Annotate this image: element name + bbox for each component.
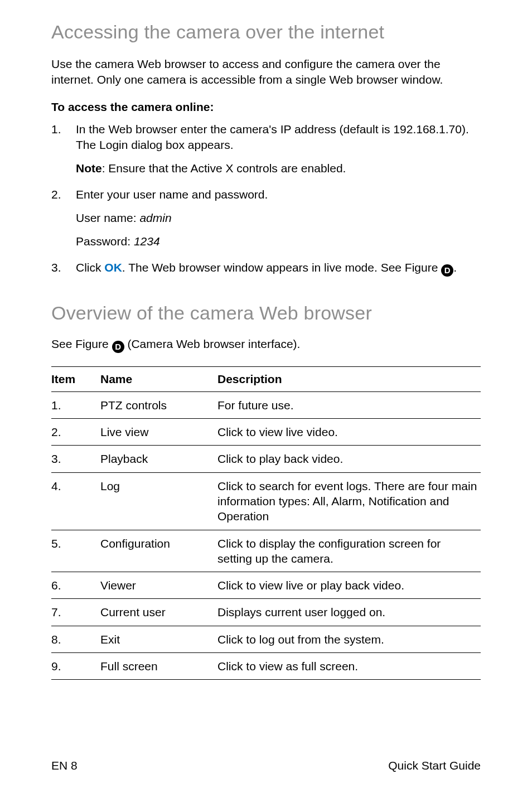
ok-button-text: OK [104,261,122,274]
description-table: Item Name Description 1. PTZ controls Fo… [51,366,481,680]
cell-item: 8. [51,626,100,652]
see-suffix: (Camera Web browser interface). [124,337,301,350]
heading-accessing: Accessing the camera over the internet [51,21,481,43]
step-1: In the Web browser enter the camera's IP… [51,122,481,177]
table-row: 1. PTZ controls For future use. [51,391,481,418]
cell-desc: For future use. [217,391,481,418]
see-figure-line: See Figure D (Camera Web browser interfa… [51,337,481,353]
intro-paragraph: Use the camera Web browser to access and… [51,56,481,88]
step-2-text: Enter your user name and password. [76,188,268,201]
table-row: 5. Configuration Click to display the co… [51,530,481,572]
see-prefix: See Figure [51,337,112,350]
cell-desc: Click to display the configuration scree… [217,530,481,572]
password-value: 1234 [134,235,160,248]
step-3: Click OK. The Web browser window appears… [51,260,481,277]
step-3-mid: . The Web browser window appears in live… [122,261,441,274]
cell-name: Current user [100,599,217,626]
table-row: 7. Current user Displays current user lo… [51,599,481,626]
table-row: 8. Exit Click to log out from the system… [51,626,481,652]
table-row: 9. Full screen Click to view as full scr… [51,653,481,680]
cell-name: Live view [100,419,217,446]
step-3-prefix: Click [76,261,104,274]
header-item: Item [51,366,100,391]
table-body: 1. PTZ controls For future use. 2. Live … [51,391,481,680]
steps-list: In the Web browser enter the camera's IP… [51,122,481,277]
figure-d-icon: D [441,264,453,277]
header-name: Name [100,366,217,391]
cell-name: PTZ controls [100,391,217,418]
table-row: 2. Live view Click to view live video. [51,419,481,446]
cell-desc: Click to view as full screen. [217,653,481,680]
footer-right: Quick Start Guide [388,759,481,772]
username-value: admin [139,211,171,224]
procedure-title: To access the camera online: [51,100,481,114]
heading-overview: Overview of the camera Web browser [51,302,481,324]
password-label: Password: [76,235,134,248]
username-label: User name: [76,211,139,224]
cell-desc: Click to view live or play back video. [217,572,481,599]
cell-desc: Click to search for event logs. There ar… [217,472,481,530]
step-1-text: In the Web browser enter the camera's IP… [76,123,469,151]
note-text: : Ensure that the Active X controls are … [102,162,346,175]
cell-name: Full screen [100,653,217,680]
cell-item: 2. [51,419,100,446]
cell-name: Viewer [100,572,217,599]
step-1-note: Note: Ensure that the Active X controls … [76,161,481,176]
step-2-username: User name: admin [76,210,481,226]
note-label: Note [76,162,102,175]
cell-name: Exit [100,626,217,652]
cell-item: 4. [51,472,100,530]
table-row: 4. Log Click to search for event logs. T… [51,472,481,530]
cell-name: Log [100,472,217,530]
cell-desc: Click to view live video. [217,419,481,446]
cell-desc: Displays current user logged on. [217,599,481,626]
figure-d-icon: D [112,341,124,353]
step-2-password: Password: 1234 [76,234,481,249]
cell-item: 1. [51,391,100,418]
cell-item: 9. [51,653,100,680]
step-3-suffix: . [453,261,457,274]
header-description: Description [217,366,481,391]
footer-left: EN 8 [51,759,78,772]
table-row: 3. Playback Click to play back video. [51,446,481,472]
cell-item: 3. [51,446,100,472]
table-row: 6. Viewer Click to view live or play bac… [51,572,481,599]
page-footer: EN 8 Quick Start Guide [51,759,481,772]
cell-item: 5. [51,530,100,572]
cell-item: 6. [51,572,100,599]
cell-name: Configuration [100,530,217,572]
cell-desc: Click to play back video. [217,446,481,472]
step-2: Enter your user name and password. User … [51,187,481,250]
cell-item: 7. [51,599,100,626]
cell-desc: Click to log out from the system. [217,626,481,652]
cell-name: Playback [100,446,217,472]
table-header-row: Item Name Description [51,366,481,391]
